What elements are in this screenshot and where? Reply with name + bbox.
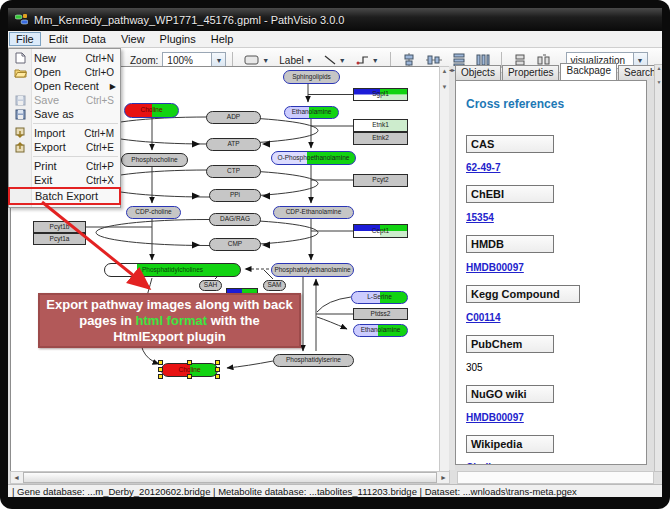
floppy-icon [9,95,31,106]
menu-item-shortcut: Ctrl+M [84,128,120,139]
menu-item-new[interactable]: NewCtrl+N [9,51,120,65]
pathway-node-ethanolamine[interactable]: Ethanolamine [284,106,339,119]
folder-open-icon [9,67,31,78]
pathway-node-ptdss2[interactable]: Ptdss2 [353,308,408,320]
menubar-item-plugins[interactable]: Plugins [153,32,203,46]
menu-item-shortcut: Ctrl+N [85,53,120,64]
pathway-node-ppi[interactable]: PPi [209,189,261,202]
xref-source-name: NuGO wiki [466,385,554,403]
xref-link[interactable]: Choline [466,462,503,465]
menubar-item-edit[interactable]: Edit [42,32,75,46]
pathway-node-phosphatidylcholines[interactable]: Phosphatidylcholines [104,263,241,277]
menu-item-label: Print [31,160,86,172]
pathway-node-cdp-ethanolamine[interactable]: CDP-Ethanolamine [273,206,354,219]
tab-backpage[interactable]: Backpage [560,63,616,80]
file-menu-dropdown: NewCtrl+NOpenCtrl+OOpen Recent▶SaveCtrl+… [8,48,121,208]
align-center-y-icon [426,53,442,67]
pathway-node-cept1[interactable]: Cept1 [353,224,408,238]
xref-source-name: Wikipedia [466,435,554,453]
menu-item-open-recent[interactable]: Open Recent▶ [9,79,120,93]
xref-link[interactable]: HMDB00097 [466,262,524,273]
menu-item-label: Save as [31,108,120,120]
pathway-node-sah[interactable]: SAH [199,280,222,291]
export-icon [9,141,31,153]
xref-value: 305 [466,362,483,373]
pathway-node-pcyt1a[interactable]: Pcyt1a [33,233,86,245]
pathway-node-o-phosphoethanolamine[interactable]: O-Phosphoethanolamine [271,151,356,165]
callout-highlight: html format [136,313,208,328]
pathway-node-phosphatidylserine[interactable]: Phosphatidylserine [273,354,354,367]
callout-line3: HtmlExport plugin [40,329,299,345]
selection-handle[interactable] [215,367,220,372]
pathway-node-pcyt1b[interactable]: Pcyt1b [33,221,86,233]
zoom-value: 100% [163,55,211,66]
pathway-node-sgpl1[interactable]: Sgpl1 [353,88,408,101]
xref-section-kegg-compound: Kegg CompoundC00114 [466,285,646,335]
submenu-arrow-icon: ▶ [110,82,120,91]
pathway-node-sphingolipids[interactable]: Sphingolipids [283,70,340,84]
menu-item-label: Open Recent [31,80,110,92]
menu-separator [33,156,118,157]
menu-item-label: Import [31,127,84,139]
menu-item-save[interactable]: SaveCtrl+S [9,93,120,107]
menu-item-exit[interactable]: ExitCtrl+X [9,173,120,187]
pathway-node-ethanolamine[interactable]: Ethanolamine [353,324,408,337]
backpage-panel: Cross references CAS62-49-7ChEBI15354HMD… [455,80,647,465]
pathway-node-atp[interactable]: ATP [206,138,261,151]
xref-link[interactable]: C00114 [466,312,500,323]
pathway-node-dag-rag[interactable]: DAG/RAG [209,213,261,226]
status-text: | Gene database: ...m_Derby_20120602.bri… [12,486,577,497]
xref-source-name: HMDB [466,235,554,253]
scrollbar-thumb[interactable] [23,472,437,483]
menu-item-batch-export[interactable]: Batch Export [8,187,121,205]
pathway-node-etnk2[interactable]: Etnk2 [353,132,408,145]
pathway-node-phosphocholine[interactable]: Phosphocholine [121,153,188,167]
pathway-node-phosphatidylethanolamine[interactable]: Phosphatidylethanolamine [271,263,354,277]
menu-item-shortcut: Ctrl+E [86,142,120,153]
menubar-item-file[interactable]: File [9,32,41,46]
tab-objects[interactable]: Objects [455,65,501,80]
canvas-horizontal-scrollbar[interactable]: ◄ ► [10,471,450,484]
label-tool-text: Label [279,55,303,66]
menu-item-shortcut: Ctrl+X [86,175,120,186]
menu-item-save-as[interactable]: Save as [9,107,120,121]
menu-item-shortcut: Ctrl+P [86,161,120,172]
menu-item-open[interactable]: OpenCtrl+O [9,65,120,79]
menubar-item-help[interactable]: Help [204,32,241,46]
selection-handle[interactable] [158,374,163,379]
menu-item-label: Export [31,141,86,153]
menubar-item-view[interactable]: View [114,32,152,46]
xref-link[interactable]: 15354 [466,212,494,223]
pathway-node-ctp[interactable]: CTP [206,165,261,178]
selection-handle[interactable] [187,360,192,365]
tab-properties[interactable]: Properties [502,65,560,80]
xref-link[interactable]: 62-49-7 [466,162,500,173]
pathway-node-choline[interactable]: Choline [124,103,179,118]
xref-section-cas: CAS62-49-7 [466,135,646,185]
pathway-node-etnk1[interactable]: Etnk1 [353,119,408,132]
menu-item-import[interactable]: ImportCtrl+M [9,126,120,140]
pathway-node-adp[interactable]: ADP [206,111,261,124]
selection-handle[interactable] [187,374,192,379]
selection-handle[interactable] [158,360,163,365]
pathway-node-cdp-choline[interactable]: CDP-choline [126,206,181,219]
pathway-node-cmp[interactable]: CMP [209,238,261,251]
xref-link[interactable]: HMDB00097 [466,412,524,423]
menu-item-print[interactable]: PrintCtrl+P [9,159,120,173]
scroll-right-icon[interactable]: ► [438,474,449,481]
pathway-node-pcyt2[interactable]: Pcyt2 [353,174,408,187]
selection-handle[interactable] [215,374,220,379]
side-panel-horizontal-scrollbar[interactable] [457,471,654,484]
menubar-item-data[interactable]: Data [76,32,113,46]
menu-item-export[interactable]: ExportCtrl+E [9,140,120,154]
selection-handle[interactable] [158,367,163,372]
connector-tool-icon [356,54,370,66]
scroll-left-icon[interactable]: ◄ [11,474,22,481]
selection-handle[interactable] [215,360,220,365]
pathway-node-l-serine[interactable]: L-Serine [351,291,408,304]
pathway-node-sam[interactable]: SAM [263,280,286,291]
window-title: Mm_Kennedy_pathway_WP1771_45176.gpml - P… [34,14,344,26]
side-panel-scrollbar[interactable]: ▲▼ [654,64,662,472]
menu-separator [33,123,118,124]
pathvisio-window: Mm_Kennedy_pathway_WP1771_45176.gpml - P… [8,8,662,497]
